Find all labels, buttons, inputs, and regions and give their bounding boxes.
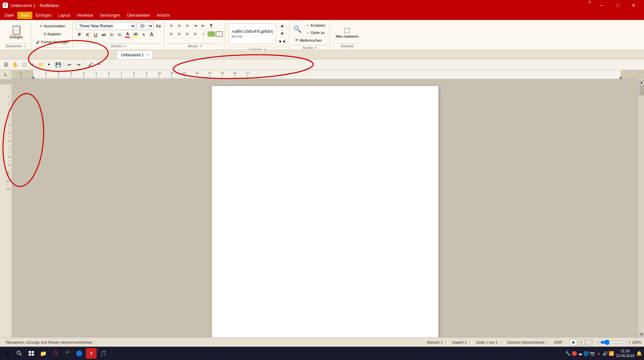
open-button[interactable]: 📁 xyxy=(37,61,45,69)
font-case-btn[interactable]: Aa xyxy=(155,22,162,30)
taskbar-music-button[interactable]: 🎵 xyxy=(98,348,109,359)
styles-up-button[interactable]: ▲ xyxy=(277,22,287,29)
bearbeiten-expand[interactable]: ▼ xyxy=(23,45,27,48)
zeichen-expand[interactable]: ▼ xyxy=(123,45,127,48)
tray-icon-2[interactable]: 🔴 xyxy=(572,351,577,356)
format-transfer-button[interactable]: 🖌 Format übertragen xyxy=(34,38,70,46)
taskbar-taskview-button[interactable] xyxy=(26,348,37,359)
borders-button[interactable] xyxy=(216,31,223,37)
indent-decrease-button[interactable]: ⇤ xyxy=(200,22,207,29)
next-search-button[interactable]: ⟳ Weitersuchen xyxy=(293,37,327,44)
taskbar-files-button[interactable]: 📁 xyxy=(38,348,49,359)
clock-display[interactable]: 21:26 22.09.2019 xyxy=(616,349,634,358)
scroll-down-button[interactable]: ▼ xyxy=(639,332,644,337)
styles-more-button[interactable]: ▼▼ xyxy=(277,38,287,45)
zoom-minus-button[interactable]: ○ xyxy=(597,340,599,344)
grow-text-button[interactable]: A xyxy=(148,31,155,38)
doc-area[interactable] xyxy=(12,79,639,337)
close-button[interactable]: ✕ xyxy=(626,0,641,11)
paragraph-mark-button[interactable]: ¶ xyxy=(208,22,215,29)
view-normal-button[interactable]: ▣ xyxy=(570,339,577,345)
view-options-button[interactable]: ☰ xyxy=(2,61,10,69)
taskbar-cortana-button[interactable]: 🔵 xyxy=(74,348,85,359)
scroll-up-button[interactable]: ▲ xyxy=(639,80,644,85)
highlight-button[interactable]: ab xyxy=(132,31,139,38)
font-name-select[interactable]: Times New Roman xyxy=(76,22,136,30)
right-scrollbar[interactable]: ▲ ▼ xyxy=(639,79,644,337)
tab-type-button[interactable]: L xyxy=(0,70,12,79)
scroll-thumb[interactable] xyxy=(639,85,644,95)
new-dropdown-button[interactable]: ▼ xyxy=(28,61,36,69)
redo-button[interactable]: ↪ xyxy=(75,61,83,69)
horizontal-ruler[interactable] xyxy=(12,70,644,79)
copy-button[interactable]: ⎘ Kopieren xyxy=(34,30,70,38)
taskbar-textmaker-button[interactable]: T xyxy=(86,348,97,359)
font-size-select[interactable]: 10 xyxy=(137,22,154,30)
absatz-expand[interactable]: ▼ xyxy=(199,45,203,48)
select-all-button[interactable]: ⬚ Alles markieren xyxy=(333,25,361,40)
align-center-button[interactable]: ≡ xyxy=(176,30,183,38)
menu-ansicht[interactable]: Ansicht xyxy=(153,12,173,19)
italic-button[interactable]: K xyxy=(84,31,91,38)
justify-button[interactable]: ≡ xyxy=(192,30,199,38)
menu-layout[interactable]: Layout xyxy=(55,12,74,19)
menu-start[interactable]: Start xyxy=(17,12,32,19)
zoom-plus-button[interactable]: + xyxy=(628,340,630,344)
minimize-button[interactable]: ─ xyxy=(594,0,609,11)
taskbar-opera-button[interactable]: O xyxy=(50,348,61,359)
undo-button[interactable]: ↩ xyxy=(66,61,74,69)
start-button[interactable]: ⊞ xyxy=(2,348,13,359)
new-button[interactable]: □ xyxy=(20,61,28,69)
menu-sendungen[interactable]: Sendungen xyxy=(96,12,123,19)
pencil-button[interactable]: 🖊 xyxy=(86,61,94,69)
tray-icon-6[interactable]: 🔺 xyxy=(596,351,601,356)
font-color-button[interactable]: A xyxy=(124,31,131,38)
cut-button[interactable]: ✂ Ausschneiden xyxy=(34,22,70,30)
tray-icon-4[interactable]: 🌐 xyxy=(583,351,589,356)
numbered-list-button[interactable]: ≡ xyxy=(176,22,183,29)
tray-icon-5[interactable]: 📷 xyxy=(590,351,595,356)
tray-network[interactable]: 📶 xyxy=(609,351,614,356)
bullet-list-button[interactable]: ≡ xyxy=(168,22,175,29)
shading-button[interactable] xyxy=(208,31,215,37)
paste-button[interactable]: 📋 Einfügen xyxy=(7,24,25,40)
taskbar-search-button[interactable] xyxy=(14,348,25,359)
underline-button[interactable]: U xyxy=(92,31,99,38)
hand-tool-button[interactable]: ✋ xyxy=(11,61,19,69)
status-mode[interactable]: EINF xyxy=(552,340,566,344)
taskbar-whatsapp-button[interactable]: 📱 xyxy=(62,348,73,359)
menu-ueberarbeiten[interactable]: Überarbeiten xyxy=(124,12,153,19)
menu-datei[interactable]: Datei xyxy=(1,12,17,19)
save-button[interactable]: 💾 xyxy=(54,61,62,69)
scroll-track[interactable] xyxy=(639,85,644,331)
doc-tab-close-button[interactable]: × xyxy=(147,53,149,57)
doc-page[interactable] xyxy=(212,86,438,337)
replace-button[interactable]: ↔ Ersetzen xyxy=(304,22,327,29)
view-web-button[interactable]: ⬜ xyxy=(586,339,593,345)
align-left-button[interactable]: ≡ xyxy=(168,30,175,38)
tray-volume[interactable]: 🔊 xyxy=(602,351,608,356)
tray-icon-1[interactable]: 🔧 xyxy=(565,351,571,356)
subscript-button[interactable]: X2 xyxy=(108,31,115,38)
doc-tab[interactable]: Unbenannt 1 × xyxy=(117,50,153,59)
open-dropdown-button[interactable]: ▼ xyxy=(45,61,53,69)
line-spacing-button[interactable]: ↕ xyxy=(200,30,207,38)
more-tools-button[interactable]: » xyxy=(95,61,103,69)
menu-verweise[interactable]: Verweise xyxy=(74,12,97,19)
suchen-expand[interactable]: ▼ xyxy=(314,46,318,49)
maximize-button[interactable]: □ xyxy=(610,0,625,11)
view-outline-button[interactable]: ≡ xyxy=(578,339,585,345)
menu-einfuegen[interactable]: Einfügen xyxy=(32,12,55,19)
strikethrough-button[interactable]: ab xyxy=(100,31,107,38)
goto-button[interactable]: → Gehe zu xyxy=(304,29,327,36)
help-icon[interactable]: ? xyxy=(586,0,593,11)
styles-down-button[interactable]: ▼ xyxy=(277,30,287,37)
tray-icon-3[interactable]: ☁ xyxy=(578,351,582,356)
align-right-button[interactable]: ≡ xyxy=(184,30,191,38)
superscript-button[interactable]: X2 xyxy=(116,31,123,38)
notification-button[interactable]: 🔔 xyxy=(636,351,642,356)
zoom-slider[interactable] xyxy=(600,340,627,345)
outline-list-button[interactable]: ≡ xyxy=(184,22,191,29)
indent-increase-button[interactable]: ⇥ xyxy=(192,22,199,29)
bold-button[interactable]: F xyxy=(76,31,83,38)
